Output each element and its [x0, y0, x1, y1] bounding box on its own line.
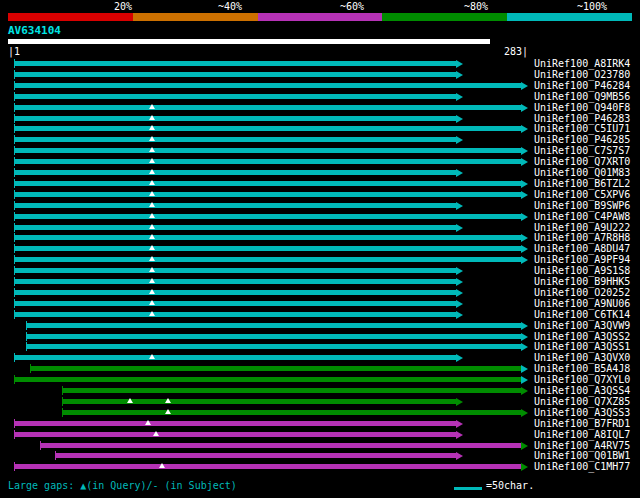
hit-bar[interactable]	[14, 192, 521, 197]
hit-label[interactable]: UniRef100_A8IRK4	[534, 58, 630, 69]
hit-label[interactable]: UniRef100_A3QSS4	[534, 385, 630, 396]
hit-label[interactable]: UniRef100_A3QVW9	[534, 320, 630, 331]
hit-bar[interactable]	[14, 225, 456, 230]
large-gap-marker	[149, 278, 155, 283]
hit-label[interactable]: UniRef100_Q940F8	[534, 102, 630, 113]
hit-bar[interactable]	[30, 366, 521, 371]
hit-bar[interactable]	[14, 105, 521, 110]
hit-label[interactable]: UniRef100_C1MH77	[534, 461, 630, 472]
hit-label[interactable]: UniRef100_P46285	[534, 134, 630, 145]
hit-bar[interactable]	[14, 94, 456, 99]
alignment-row: UniRef100_C7S7S7	[0, 145, 640, 156]
alignment-row: UniRef100_O23780	[0, 69, 640, 80]
hit-label[interactable]: UniRef100_A9NU06	[534, 298, 630, 309]
hit-label[interactable]: UniRef100_A3QSS1	[534, 341, 630, 352]
large-gap-marker	[149, 104, 155, 109]
alignment-row: UniRef100_A9PF94	[0, 254, 640, 265]
hit-bar[interactable]	[14, 257, 521, 262]
scale-label: ~100%	[577, 1, 607, 12]
hit-arrow	[456, 300, 463, 308]
hit-bar[interactable]	[14, 181, 521, 186]
hit-arrow	[456, 267, 463, 275]
hit-bar[interactable]	[14, 432, 456, 437]
hit-label[interactable]: UniRef100_Q9MB56	[534, 91, 630, 102]
query-start-coord: |1	[8, 46, 20, 57]
hit-label[interactable]: UniRef100_A8DU47	[534, 243, 630, 254]
hit-label[interactable]: UniRef100_A7R8H8	[534, 232, 630, 243]
hit-bar[interactable]	[14, 246, 521, 251]
hit-bar[interactable]	[14, 301, 456, 306]
hit-label[interactable]: UniRef100_A3QVX0	[534, 352, 630, 363]
scale-label: ~80%	[464, 1, 488, 12]
hit-bar[interactable]	[14, 83, 521, 88]
hit-label[interactable]: UniRef100_O20252	[534, 287, 630, 298]
hit-bar[interactable]	[62, 399, 456, 404]
scale-segment-purple	[258, 13, 383, 21]
hit-bar[interactable]	[26, 323, 521, 328]
hit-bar[interactable]	[14, 377, 521, 382]
hit-bar[interactable]	[14, 72, 456, 77]
hit-arrow	[456, 278, 463, 286]
hit-label[interactable]: UniRef100_Q01BW1	[534, 450, 630, 461]
hit-bar[interactable]	[62, 410, 521, 415]
hit-label[interactable]: UniRef100_C5XPV6	[534, 189, 630, 200]
hit-label[interactable]: UniRef100_B9HHK5	[534, 276, 630, 287]
hit-bar[interactable]	[14, 61, 456, 66]
hit-label[interactable]: UniRef100_C5IU71	[534, 123, 630, 134]
hit-bar[interactable]	[26, 344, 521, 349]
hit-label[interactable]: UniRef100_P46284	[534, 80, 630, 91]
hit-bar[interactable]	[14, 421, 456, 426]
hit-bar[interactable]	[26, 334, 521, 339]
hit-bar[interactable]	[14, 464, 521, 469]
hit-bar[interactable]	[62, 388, 521, 393]
hit-bar[interactable]	[14, 312, 456, 317]
hit-bar[interactable]	[14, 355, 456, 360]
hit-bar[interactable]	[14, 268, 456, 273]
hit-bar[interactable]	[40, 443, 521, 448]
hit-bar[interactable]	[55, 453, 456, 458]
hit-label[interactable]: UniRef100_A4RV75	[534, 440, 630, 451]
hit-bar[interactable]	[14, 235, 521, 240]
hit-arrow	[521, 234, 528, 242]
hit-label[interactable]: UniRef100_B6TZL2	[534, 178, 630, 189]
hit-bar[interactable]	[14, 126, 521, 131]
hit-label[interactable]: UniRef100_Q7XYL0	[534, 374, 630, 385]
large-gap-marker	[149, 224, 155, 229]
scale-ruler-line	[454, 487, 482, 490]
hit-label[interactable]: UniRef100_Q01M83	[534, 167, 630, 178]
hit-label[interactable]: UniRef100_C7S7S7	[534, 145, 630, 156]
hit-bar[interactable]	[14, 137, 456, 142]
large-gap-marker	[149, 289, 155, 294]
hit-bar[interactable]	[14, 290, 456, 295]
hit-bar[interactable]	[14, 148, 521, 153]
hit-label[interactable]: UniRef100_C4PAW8	[534, 211, 630, 222]
hit-label[interactable]: UniRef100_B7FRD1	[534, 418, 630, 429]
hit-label[interactable]: UniRef100_O23780	[534, 69, 630, 80]
hit-label[interactable]: UniRef100_C6TK14	[534, 309, 630, 320]
alignment-row: UniRef100_A3QSS2	[0, 331, 640, 342]
hit-bar[interactable]	[14, 159, 521, 164]
alignment-row: UniRef100_Q7XYL0	[0, 374, 640, 385]
hit-bar[interactable]	[14, 203, 456, 208]
hit-arrow	[521, 343, 528, 351]
hit-label[interactable]: UniRef100_P46283	[534, 113, 630, 124]
hit-label[interactable]: UniRef100_A3QSS3	[534, 407, 630, 418]
hit-label[interactable]: UniRef100_A9PF94	[534, 254, 630, 265]
hit-label[interactable]: UniRef100_Q7XRT0	[534, 156, 630, 167]
hit-bar[interactable]	[14, 116, 456, 121]
hit-label[interactable]: UniRef100_B5A4J8	[534, 363, 630, 374]
hit-label[interactable]: UniRef100_B9SWP6	[534, 200, 630, 211]
hit-bar[interactable]	[14, 214, 521, 219]
alignment-row: UniRef100_Q01BW1	[0, 450, 640, 461]
hit-bar[interactable]	[14, 279, 456, 284]
hit-arrow	[456, 115, 463, 123]
hit-label[interactable]: UniRef100_A9S1S8	[534, 265, 630, 276]
hit-arrow	[521, 125, 528, 133]
large-gap-marker	[159, 463, 165, 468]
hit-bar[interactable]	[14, 170, 456, 175]
hit-label[interactable]: UniRef100_A3QSS2	[534, 331, 630, 342]
hit-label[interactable]: UniRef100_Q7XZ85	[534, 396, 630, 407]
hit-arrow	[456, 169, 463, 177]
hit-label[interactable]: UniRef100_A9U222	[534, 222, 630, 233]
hit-label[interactable]: UniRef100_A8IQL7	[534, 429, 630, 440]
